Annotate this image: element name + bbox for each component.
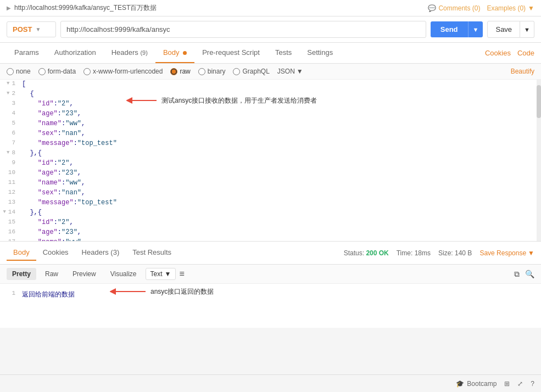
code-line-9: 9 "id":"2", — [0, 159, 541, 169]
editor-scroll[interactable]: ▼1 [ ▼2 { 3 "id":"2", 4 "age":"23", 5 "n… — [0, 80, 541, 241]
radio-form-data[interactable] — [38, 68, 46, 75]
copy-button[interactable]: ⧉ — [514, 270, 520, 279]
code-content-17: "name":"ww", — [20, 238, 87, 241]
code-content-1: [ — [20, 80, 28, 88]
beautify-button[interactable]: Beautify — [511, 68, 534, 75]
format-preview-button[interactable]: Preview — [67, 268, 102, 280]
code-line-8: ▼8 },{ — [0, 149, 541, 159]
option-url-encoded[interactable]: x-www-form-urlencoded — [83, 68, 163, 75]
save-button[interactable]: Save — [487, 21, 520, 38]
option-none[interactable]: none — [7, 68, 31, 75]
code-content-2: { — [20, 89, 36, 98]
code-line-1: ▼1 [ — [0, 80, 541, 89]
radio-graphql[interactable] — [233, 68, 240, 75]
tab-pre-request-script[interactable]: Pre-request Script — [194, 43, 267, 63]
line-num-10: 10 — [0, 169, 20, 176]
save-dropdown-button[interactable]: ▼ — [520, 21, 534, 38]
line-num-11: 11 — [0, 178, 20, 186]
save-response-button[interactable]: Save Response ▼ — [479, 249, 534, 257]
option-graphql[interactable]: GraphQL — [233, 68, 269, 75]
bootcamp-label: Bootcamp — [467, 380, 497, 388]
line-num-13: 13 — [0, 198, 20, 205]
line-num-1: ▼1 — [0, 80, 20, 87]
request-tabs-row: Params Authorization Headers (9) Body Pr… — [0, 43, 541, 64]
fold-icon-14[interactable]: ▼ — [3, 209, 5, 215]
request-row: POST ▼ Send ▼ Save ▼ — [0, 16, 541, 43]
line-num-4: 4 — [0, 109, 20, 116]
bottom-bar: 🎓 Bootcamp ⊞ ⤢ ? — [0, 374, 541, 392]
size-label: Size: 140 B — [438, 249, 472, 257]
examples-label: Examples (0) — [487, 4, 526, 12]
bootcamp-link[interactable]: 🎓 Bootcamp — [456, 380, 497, 388]
comment-icon: 💬 — [428, 4, 436, 12]
tab-body[interactable]: Body — [155, 43, 194, 63]
body-options-left: none form-data x-www-form-urlencoded raw… — [7, 68, 303, 75]
line-num-12: 12 — [0, 188, 20, 195]
collapse-arrow-icon: ▶ — [7, 5, 11, 11]
cookies-link[interactable]: Cookies — [485, 49, 511, 57]
send-dropdown-button[interactable]: ▼ — [468, 21, 483, 37]
search-response-button[interactable]: 🔍 — [525, 270, 534, 279]
status-label: Status: 200 OK — [344, 249, 389, 257]
radio-binary[interactable] — [198, 68, 205, 75]
method-label: POST — [13, 25, 32, 33]
tab-params[interactable]: Params — [7, 43, 47, 63]
resp-tab-test-results[interactable]: Test Results — [126, 245, 178, 261]
editor-scrollbar-thumb[interactable] — [537, 85, 541, 118]
response-format-left: Pretty Raw Preview Visualize Text ▼ ≡ — [7, 268, 185, 280]
code-line-16: 16 "age":"23", — [0, 228, 541, 238]
radio-raw[interactable] — [170, 68, 177, 75]
radio-url-encoded[interactable] — [83, 68, 91, 75]
wrap-button[interactable]: ≡ — [179, 269, 184, 279]
tab-tests[interactable]: Tests — [267, 43, 299, 63]
code-line-4: 4 "age":"23", — [0, 109, 541, 119]
code-line-6: 6 "sex":"nan", — [0, 129, 541, 139]
line-num-7: 7 — [0, 139, 20, 146]
format-visualize-button[interactable]: Visualize — [105, 268, 142, 280]
response-header: Body Cookies Headers (3) Test Results St… — [0, 242, 541, 265]
code-content-11: "name":"ww", — [20, 178, 87, 187]
format-raw-button[interactable]: Raw — [40, 268, 64, 280]
text-format-select[interactable]: Text ▼ — [146, 268, 176, 280]
option-raw[interactable]: raw — [170, 68, 190, 75]
fold-icon-2[interactable]: ▼ — [7, 91, 9, 96]
body-options: none form-data x-www-form-urlencoded raw… — [0, 64, 541, 80]
tab-authorization[interactable]: Authorization — [47, 43, 104, 63]
fold-icon-8[interactable]: ▼ — [7, 150, 9, 155]
resp-tab-headers[interactable]: Headers (3) — [75, 245, 126, 261]
fold-icon-1[interactable]: ▼ — [7, 81, 9, 86]
tab-settings[interactable]: Settings — [299, 43, 341, 63]
response-text-value: 返回给前端的数据 — [22, 291, 75, 299]
tab-headers[interactable]: Headers (9) — [104, 43, 155, 63]
text-format-chevron-icon: ▼ — [165, 270, 171, 278]
code-content-9: "id":"2", — [20, 159, 76, 167]
code-editor[interactable]: ▼1 [ ▼2 { 3 "id":"2", 4 "age":"23", 5 "n… — [0, 80, 541, 242]
url-input[interactable] — [60, 21, 426, 38]
save-group: Save ▼ — [487, 21, 534, 38]
code-link[interactable]: Code — [517, 49, 534, 57]
expand-icon[interactable]: ⤢ — [517, 380, 523, 388]
comments-label: Comments (0) — [438, 4, 480, 12]
resp-tab-cookies[interactable]: Cookies — [36, 245, 75, 261]
url-bar-left: ▶ http://localhost:9999/kafka/ansyc_TEST… — [7, 3, 157, 13]
option-binary[interactable]: binary — [198, 68, 226, 75]
code-line-17: 17 "name":"ww", — [0, 238, 541, 241]
examples-button[interactable]: Examples (0) ▼ — [487, 4, 534, 12]
option-form-data[interactable]: form-data — [38, 68, 76, 75]
code-content-6: "sex":"nan", — [20, 129, 87, 138]
request-tabs-right: Cookies Code — [485, 49, 534, 57]
line-num-5: 5 — [0, 119, 20, 126]
code-line-12: 12 "sex":"nan", — [0, 188, 541, 198]
collection-url: http://localhost:9999/kafka/ansyc_TEST百万… — [14, 3, 157, 13]
comments-button[interactable]: 💬 Comments (0) — [428, 4, 480, 12]
radio-none[interactable] — [7, 68, 14, 75]
layout-icon[interactable]: ⊞ — [504, 380, 510, 388]
json-format-select[interactable]: JSON ▼ — [277, 68, 303, 75]
format-pretty-button[interactable]: Pretty — [7, 268, 36, 280]
response-content-1: 返回给前端的数据 — [20, 289, 77, 300]
help-icon[interactable]: ? — [531, 380, 534, 388]
resp-tab-body[interactable]: Body — [7, 245, 36, 261]
method-select[interactable]: POST ▼ — [7, 21, 56, 37]
response-body: 1 返回给前端的数据 ansyc接口返回的数据 — [0, 284, 541, 328]
send-button[interactable]: Send — [431, 21, 468, 37]
